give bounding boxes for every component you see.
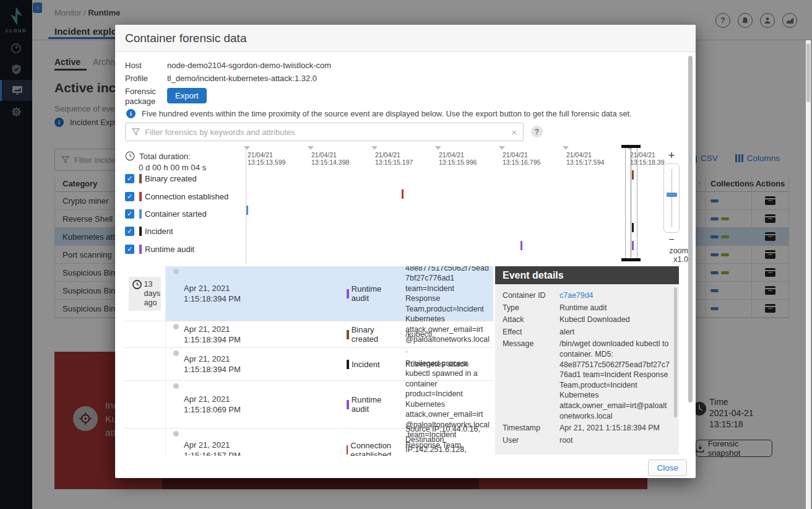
event-ago-chip: 13 days ago [129,277,161,311]
legend-label: Binary created [145,174,197,183]
modal-scrollbar-thumb[interactable] [688,56,693,402]
event-type-label: Connection established [350,441,399,456]
detail-label: Message [503,339,559,421]
profile-value: tl_demo/incident-kubernetes-attack:1.32.… [167,74,317,84]
event-type-color [139,245,142,254]
legend-checkbox[interactable]: ✓ [125,209,134,219]
detail-label: Container ID [503,290,559,301]
event-type-cell: Binary created [347,321,399,347]
detail-value: root [559,435,572,446]
info-icon: i [126,109,136,118]
event-ago-cell [124,381,166,428]
host-label: Host [125,61,167,71]
details-scrollbar-thumb[interactable] [674,287,677,417]
legend-checkbox[interactable]: ✓ [125,192,134,201]
timeline-marker[interactable] [246,206,248,215]
forensic-events-list: 13 days agoApr 21, 20211:15:18:394 PMRun… [124,266,493,456]
legend-item: ✓Runtime audit [125,244,194,254]
legend-item: ✓Connection established [125,191,228,202]
event-time-cell: Apr 21, 20211:15:18:394 PM [166,266,347,321]
event-timestamp: Apr 21, 20211:15:16:157 PM [184,440,241,456]
forensic-event-row[interactable]: Apr 21, 20211:15:18:394 PMBinary created… [124,321,493,348]
event-ago-text: 13 days ago [144,280,160,308]
event-timestamp: Apr 21, 20211:15:18:394 PM [184,324,241,345]
zoom-value: x1.0 [663,255,688,264]
detail-label: Type [503,303,559,313]
timeline-marker[interactable] [520,241,522,250]
forensic-event-row[interactable]: Apr 21, 20211:15:18:069 PMRuntime auditP… [124,381,493,429]
event-type-color [139,192,142,201]
legend-item: ✓Binary created [125,173,197,184]
clear-filter-icon[interactable]: × [511,127,517,137]
event-date: Apr 21, 2021 [184,354,241,364]
filter-help-icon[interactable]: ? [531,126,543,137]
event-time: 1:15:16:157 PM [184,450,241,456]
tick-triangle-icon [435,146,441,150]
event-type-label: Incident [352,360,380,369]
export-button[interactable]: Export [167,88,207,103]
event-type-color [347,289,349,298]
event-date: Apr 21, 2021 [184,324,241,334]
event-time: 1:15:18:394 PM [184,294,241,304]
legend-checkbox[interactable]: ✓ [125,245,134,254]
forensics-filter[interactable]: × [125,123,524,141]
event-type-label: Runtime audit [352,395,399,414]
event-type-cell: Runtime audit [347,266,399,321]
zoom-slider-handle[interactable]: ··· [667,193,677,197]
clock-icon [132,280,142,308]
timeline-selection-handle-bottom[interactable] [621,258,641,261]
event-bullet-icon [173,269,179,274]
timeline-selection[interactable] [625,147,637,261]
event-message: Privileged process kubectl spawned in a … [399,381,493,428]
event-ago-cell: 13 days ago [124,266,166,321]
timeline-marker[interactable] [402,189,404,199]
timeline-chart[interactable]: 21/04/2113:15:13.59921/04/2113:15:14.398… [246,146,644,264]
close-button[interactable]: Close [648,459,687,476]
modal-title: Container forensic data [125,32,246,45]
legend-label: Connection established [145,192,228,201]
zoom-in-button[interactable]: + [663,149,680,162]
detail-row: Message/bin/wget downloaded kubectl to c… [503,339,670,421]
event-bullet-icon [173,383,179,389]
event-time: 1:15:18:069 PM [184,404,241,415]
detail-value: Kubectl Downloaded [559,315,630,325]
modal-info-text: Five hundred events within the time prox… [142,109,632,118]
page-scrollbar-thumb[interactable] [806,43,810,102]
forensics-filter-input[interactable] [145,128,506,137]
tick-time: 13:15:17.594 [566,159,604,166]
event-ago-cell [124,348,166,380]
legend-checkbox[interactable]: ✓ [125,174,134,183]
forensic-event-row[interactable]: Apr 21, 20211:15:16:157 PMConnection est… [124,429,493,456]
legend-checkbox[interactable]: ✓ [125,227,134,236]
detail-label: Effect [503,327,559,337]
page-scrollbar[interactable] [806,40,811,509]
tick-triangle-icon [244,146,250,150]
detail-row: TypeRuntime audit [503,303,670,313]
zoom-out-button[interactable]: − [663,234,680,245]
event-message: /kubectl [399,321,493,347]
events-split: 13 days agoApr 21, 20211:15:18:394 PMRun… [124,266,687,456]
event-type-color [139,209,142,219]
event-bullet-icon [173,350,179,356]
tick-date: 21/04/21 [566,151,592,159]
event-type-color [347,400,349,409]
duration-value: 0 d 00 h 00 m 04 s [139,163,206,172]
event-time-cell: Apr 21, 20211:15:18:069 PM [166,381,347,428]
tick-triangle-icon [563,146,569,150]
tick-date: 21/04/21 [311,151,337,159]
tick-time: 13:15:15.197 [375,159,413,166]
forensic-package-label: Forensic package [125,87,167,107]
event-type-cell: Runtime audit [347,381,399,428]
legend-item: ✓Container started [125,209,207,219]
event-date: Apr 21, 2021 [184,394,241,404]
zoom-slider[interactable]: ··· [663,163,680,233]
event-type-color [139,174,142,183]
legend-label: Incident [145,227,173,236]
event-time: 1:15:18:394 PM [184,334,241,345]
duration-clock-icon [125,151,135,161]
forensic-event-row[interactable]: 13 days agoApr 21, 20211:15:18:394 PMRun… [124,266,493,321]
timeline-selection-handle-top[interactable] [621,145,641,148]
detail-value[interactable]: c7ae79d4 [559,290,593,301]
detail-label: Attack [503,315,559,325]
event-details-panel: Event details Container IDc7ae79d4TypeRu… [495,266,679,455]
